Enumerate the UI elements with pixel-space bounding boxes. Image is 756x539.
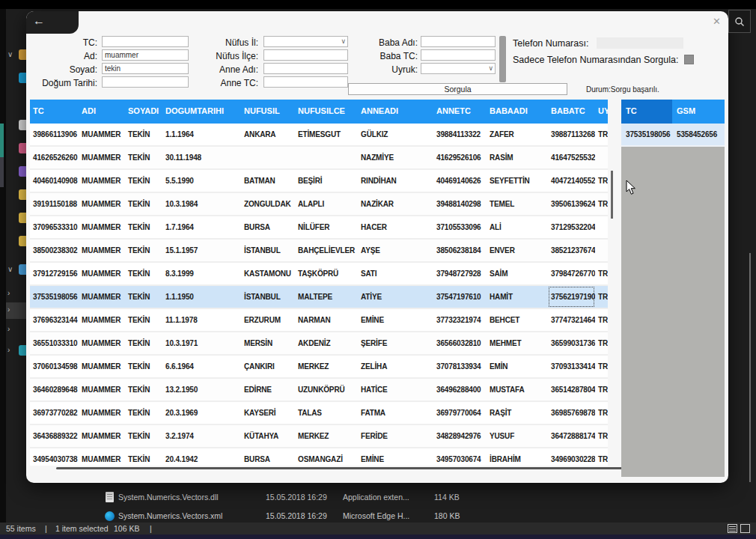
grid-cell[interactable]: AYŞE [358,240,433,261]
grid-cell[interactable]: NAZMİYE [358,147,433,168]
telefon-input[interactable] [597,37,683,49]
grid-cell[interactable]: 36979770064 [433,402,487,424]
grid-cell[interactable]: 39191150188 [30,193,79,215]
grid-cell[interactable]: 36599031736 [548,332,595,354]
nufus-il-select[interactable]: ∨ [263,36,348,47]
grid-cell[interactable]: TEKİN [125,425,162,447]
grid-vertical-scrollbar[interactable] [611,171,613,219]
grid-cell[interactable]: TEKİN [125,124,162,145]
grid-cell[interactable]: 36514287804 [548,379,595,401]
grid-cell[interactable]: YUSUF [487,425,548,447]
grid-cell[interactable]: TEMEL [487,193,548,215]
grid-cell[interactable]: 37948727928 [433,263,487,284]
chevron-right-icon[interactable]: › [7,305,10,314]
column-header-tc[interactable]: TC [621,100,672,124]
grid-cell[interactable]: 8.3.1999 [162,263,241,284]
grid-cell[interactable]: 20.4.1942 [162,448,241,466]
grid-cell[interactable]: 37093133414 [548,356,595,377]
table-row[interactable]: 34954030738MUAMMERTEKİN20.4.1942BURSAOSM… [30,448,608,466]
sidebar-item-drive-1[interactable]: › [6,286,27,302]
grid-cell[interactable]: ZONGULDAK [241,193,295,215]
grid-cell[interactable]: 41626526260 [30,147,79,168]
grid-cell[interactable]: 13.2.1950 [162,379,241,401]
grid-cell[interactable]: TR [595,356,608,377]
grid-cell[interactable]: 37547197610 [433,286,487,308]
grid-cell[interactable] [595,147,608,168]
column-header-nufusil[interactable]: NUFUSIL [241,100,295,124]
grid-cell[interactable]: ANKARA [241,124,295,145]
grid-cell[interactable]: ZAFER [487,124,548,145]
grid-cell[interactable]: 37096533310 [30,216,79,238]
grid-cell[interactable]: 37912729156 [30,263,79,284]
grid-cell[interactable]: 37535198056 [621,124,672,145]
grid-cell[interactable]: 39488140298 [433,193,487,215]
grid-cell[interactable]: EMİN [487,356,548,377]
grid-cell[interactable]: TEKİN [125,263,162,284]
grid-cell[interactable] [241,147,295,168]
column-header-uyruk[interactable]: UYRUK [595,100,608,124]
grid-cell[interactable]: BURSA [241,448,295,466]
grid-cell[interactable]: 36472888174 [548,425,595,447]
sidebar-item-drive-3[interactable]: › [6,322,27,338]
grid-cell[interactable]: RAŞİT [487,402,548,424]
grid-cell[interactable]: 37747321464 [548,309,595,331]
grid-cell[interactable]: TAŞKÖPRÜ [295,263,358,284]
grid-cell[interactable]: 37562197190 [548,286,595,308]
grid-cell[interactable]: 36973770282 [30,402,79,424]
grid-cell[interactable]: MEHMET [487,332,548,354]
grid-cell[interactable]: SATI [358,263,433,284]
grid-cell[interactable]: 34828942976 [433,425,487,447]
grid-cell[interactable]: NAZİKAR [358,193,433,215]
sidebar-item-folder-1[interactable] [6,187,27,204]
table-row[interactable]: 41626526260MUAMMERTEKİN30.11.1948NAZMİYE… [30,147,608,170]
grid-cell[interactable]: GÜLKIZ [358,124,433,145]
grid-cell[interactable]: MUAMMER [79,356,125,377]
grid-cell[interactable]: İSTANBUL [241,240,295,261]
grid-cell[interactable] [595,216,608,238]
grid-cell[interactable]: BEHCET [487,309,548,331]
grid-cell[interactable]: TR [595,193,608,215]
table-row[interactable]: 37912729156MUAMMERTEKİN8.3.1999KASTAMONU… [30,263,608,286]
grid-cell[interactable]: 36985769878 [548,402,595,424]
anne-tc-input[interactable] [263,76,348,88]
sidebar-item-pictures[interactable] [6,141,27,157]
grid-cell[interactable]: TEKİN [125,216,162,238]
grid-cell[interactable]: NİLÜFER [295,216,358,238]
grid-cell[interactable]: KASTAMONU [241,263,295,284]
grid-cell[interactable]: TALAS [295,402,358,424]
grid-cell[interactable]: MUSTAFA [487,379,548,401]
grid-cell[interactable]: 34969030228 [548,448,595,466]
grid-cell[interactable]: 37078133934 [433,356,487,377]
table-row[interactable]: 37060134598MUAMMERTEKİN6.6.1964ÇANKIRIME… [30,356,608,379]
sorgula-button[interactable]: Sorgula [348,83,567,95]
grid-cell[interactable]: BURSA [241,216,295,238]
chevron-down-icon[interactable]: ∨ [7,265,13,273]
grid-cell[interactable]: AKDENİZ [295,332,358,354]
grid-cell[interactable]: TR [595,448,608,466]
grid-cell[interactable]: MUAMMER [79,216,125,238]
grid-cell[interactable]: 40472140552 [548,170,595,192]
column-header-nufusilce[interactable]: NUFUSILCE [295,100,358,124]
grid-cell[interactable]: BAHÇELİEVLER [295,240,358,261]
grid-cell[interactable]: KÜTAHYA [241,425,295,447]
column-header-soyadi[interactable]: SOYADI [125,100,162,124]
grid-cell[interactable]: 5.5.1990 [162,170,241,192]
grid-cell[interactable]: SEYFETTİN [487,170,548,192]
grid-cell[interactable]: FATMA [358,402,433,424]
grid-cell[interactable]: ENVER [487,240,548,261]
grid-cell[interactable]: MUAMMER [79,124,125,145]
column-header-dogumtarihi[interactable]: DOGUMTARIHI [162,100,241,124]
grid-cell[interactable]: 5358452656 [672,124,725,145]
grid-cell[interactable]: 15.1.1957 [162,240,241,261]
grid-cell[interactable]: MUAMMER [79,309,125,331]
grid-cell[interactable]: MUAMMER [79,193,125,215]
column-header-adi[interactable]: ADI [79,100,125,124]
grid-cell[interactable]: ATİYE [358,286,433,308]
grid-cell[interactable]: MUAMMER [79,286,125,308]
grid-cell[interactable]: 38506238184 [433,240,487,261]
column-header-annetc[interactable]: ANNETC [433,100,487,124]
grid-cell[interactable]: BEŞİRİ [295,170,358,192]
grid-cell[interactable]: BATMAN [241,170,295,192]
grid-cell[interactable]: SAİM [487,263,548,284]
grid-cell[interactable]: MUAMMER [79,263,125,284]
